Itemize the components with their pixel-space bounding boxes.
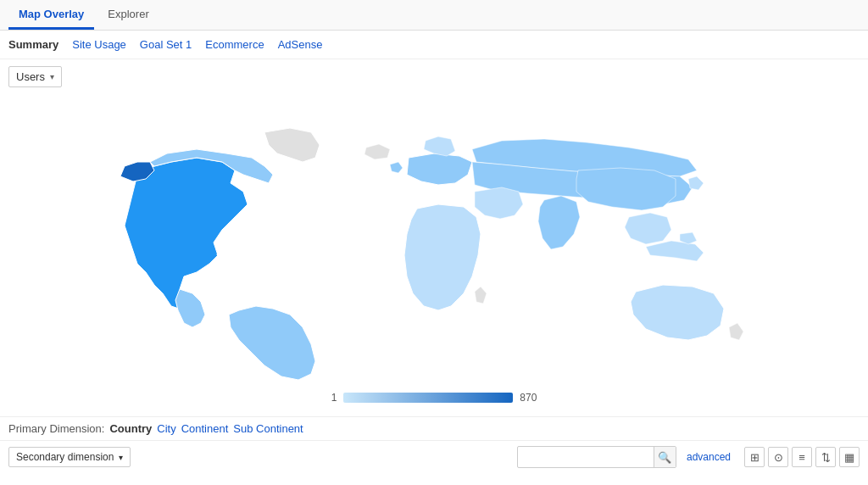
pivot-view-icon[interactable]: ⇅ — [815, 447, 836, 467]
primary-dim-row: Primary Dimension: Country City Continen… — [0, 416, 868, 440]
bottom-toolbar: Secondary dimension ▾ 🔍 advanced ⊞ ⊙ ≡ ⇅… — [0, 440, 868, 473]
advanced-link[interactable]: advanced — [687, 451, 731, 463]
legend-bar — [343, 393, 513, 403]
tabs-row: Map Overlay Explorer — [0, 0, 868, 31]
globe-view-icon[interactable]: ⊙ — [768, 447, 788, 467]
legend-row: 1 870 — [331, 392, 537, 404]
grid-view-icon[interactable]: ⊞ — [744, 447, 765, 467]
secondary-dimension-dropdown[interactable]: Secondary dimension ▾ — [8, 447, 131, 467]
legend-min: 1 — [331, 392, 337, 404]
view-icons: ⊞ ⊙ ≡ ⇅ ▦ — [744, 447, 860, 467]
search-box: 🔍 — [517, 446, 676, 468]
chevron-down-icon: ▾ — [119, 453, 123, 462]
users-dropdown[interactable]: Users ▾ — [8, 66, 62, 87]
dropdown-row: Users ▾ — [0, 59, 868, 94]
subnav-goal-set-1[interactable]: Goal Set 1 — [140, 38, 192, 51]
subnav-row: Summary Site Usage Goal Set 1 Ecommerce … — [0, 31, 868, 59]
bar-chart-view-icon[interactable]: ▦ — [839, 447, 860, 467]
map-container: 7 1 870 — [0, 94, 868, 416]
svg-text:7: 7 — [215, 247, 220, 257]
subnav-site-usage[interactable]: Site Usage — [72, 38, 126, 51]
legend-max: 870 — [520, 392, 537, 404]
search-icon[interactable]: 🔍 — [654, 446, 676, 468]
subnav-ecommerce[interactable]: Ecommerce — [205, 38, 264, 51]
map-svg: 7 — [86, 107, 782, 387]
list-view-icon[interactable]: ≡ — [792, 447, 812, 467]
tab-explorer[interactable]: Explorer — [97, 1, 159, 30]
subnav-adsense[interactable]: AdSense — [278, 38, 323, 51]
primary-dim-continent[interactable]: Continent — [181, 422, 229, 435]
users-dropdown-label: Users — [16, 70, 45, 83]
world-map: 7 — [86, 107, 782, 387]
search-input[interactable] — [518, 449, 654, 465]
primary-dim-label: Primary Dimension: — [8, 422, 104, 435]
secondary-dim-label: Secondary dimension — [16, 451, 114, 463]
primary-dim-sub-continent[interactable]: Sub Continent — [233, 422, 303, 435]
chevron-down-icon: ▾ — [50, 72, 54, 81]
tab-map-overlay[interactable]: Map Overlay — [8, 1, 94, 30]
primary-dim-active: Country — [109, 422, 152, 435]
primary-dim-city[interactable]: City — [157, 422, 175, 435]
subnav-summary[interactable]: Summary — [8, 38, 58, 51]
